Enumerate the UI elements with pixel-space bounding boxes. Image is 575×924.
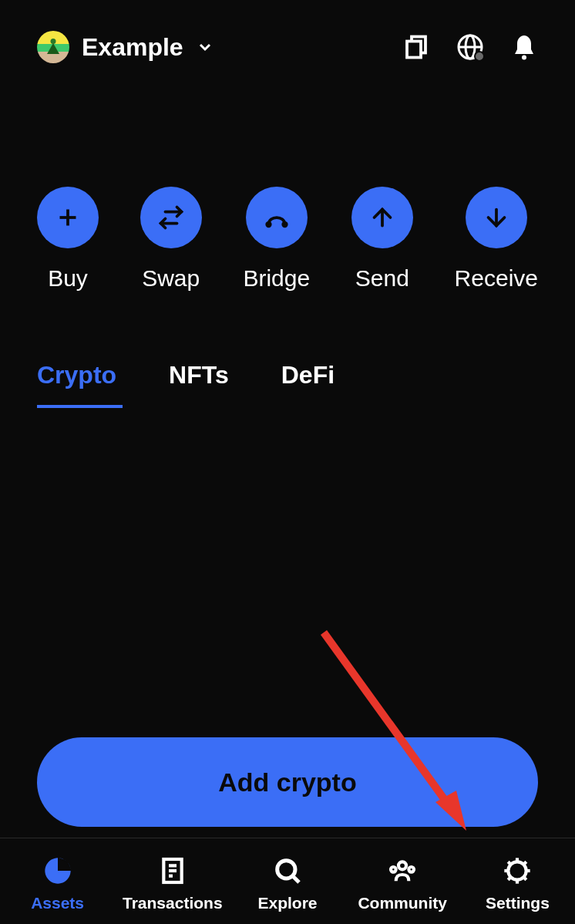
globe-icon[interactable] <box>456 33 484 61</box>
bridge-action[interactable]: Bridge <box>243 187 310 292</box>
svg-line-28 <box>509 862 512 865</box>
action-label: Swap <box>142 265 200 292</box>
document-icon <box>157 855 188 886</box>
swap-action[interactable]: Swap <box>140 187 202 292</box>
avatar <box>37 31 69 63</box>
tab-defi[interactable]: DeFi <box>281 361 335 408</box>
chevron-down-icon <box>196 38 214 56</box>
copy-icon[interactable] <box>402 33 430 61</box>
nav-label: Transactions <box>123 894 223 912</box>
action-label: Buy <box>48 265 88 292</box>
nav-label: Explore <box>257 894 317 912</box>
arrow-up-icon <box>368 204 396 231</box>
add-crypto-button[interactable]: Add crypto <box>37 737 538 827</box>
nav-label: Settings <box>486 894 550 912</box>
bridge-icon <box>263 204 291 231</box>
pie-icon <box>42 855 73 886</box>
svg-point-5 <box>522 56 526 60</box>
svg-rect-1 <box>407 42 421 58</box>
receive-action[interactable]: Receive <box>455 187 538 292</box>
bell-icon[interactable] <box>510 33 538 61</box>
nav-transactions[interactable]: Transactions <box>115 855 230 912</box>
account-name: Example <box>82 33 183 62</box>
search-icon <box>272 855 303 886</box>
svg-point-20 <box>398 862 406 869</box>
nav-settings[interactable]: Settings <box>460 855 575 912</box>
action-label: Receive <box>455 265 538 292</box>
gear-icon <box>502 855 533 886</box>
account-selector[interactable]: Example <box>37 31 214 63</box>
svg-line-19 <box>293 875 299 882</box>
nav-label: Assets <box>31 894 84 912</box>
status-dot <box>474 51 485 62</box>
nav-explore[interactable]: Explore <box>230 855 345 912</box>
svg-point-10 <box>267 223 271 227</box>
tab-nfts[interactable]: NFTs <box>169 361 229 408</box>
asset-tabs: Crypto NFTs DeFi <box>0 338 575 408</box>
svg-point-21 <box>391 867 396 872</box>
action-label: Bridge <box>243 265 310 292</box>
swap-icon <box>157 204 185 231</box>
action-row: Buy Swap Bridge S <box>0 79 575 338</box>
buy-action[interactable]: Buy <box>37 187 99 292</box>
svg-point-11 <box>283 223 287 227</box>
svg-line-29 <box>524 877 527 880</box>
svg-line-31 <box>524 862 527 865</box>
add-crypto-label: Add crypto <box>218 767 356 798</box>
plus-icon <box>54 204 82 231</box>
svg-point-23 <box>509 862 526 879</box>
header-actions <box>402 33 538 61</box>
svg-point-18 <box>277 860 295 878</box>
send-action[interactable]: Send <box>351 187 413 292</box>
nav-community[interactable]: Community <box>345 855 460 912</box>
arrow-down-icon <box>483 204 510 231</box>
header: Example <box>0 0 575 79</box>
nav-assets[interactable]: Assets <box>0 855 115 912</box>
bottom-nav: Assets Transactions Explore Community <box>0 838 575 924</box>
tab-crypto[interactable]: Crypto <box>37 361 116 408</box>
action-label: Send <box>355 265 409 292</box>
svg-point-22 <box>409 867 415 872</box>
svg-line-30 <box>509 877 512 880</box>
people-icon <box>387 855 418 886</box>
nav-label: Community <box>358 894 447 912</box>
